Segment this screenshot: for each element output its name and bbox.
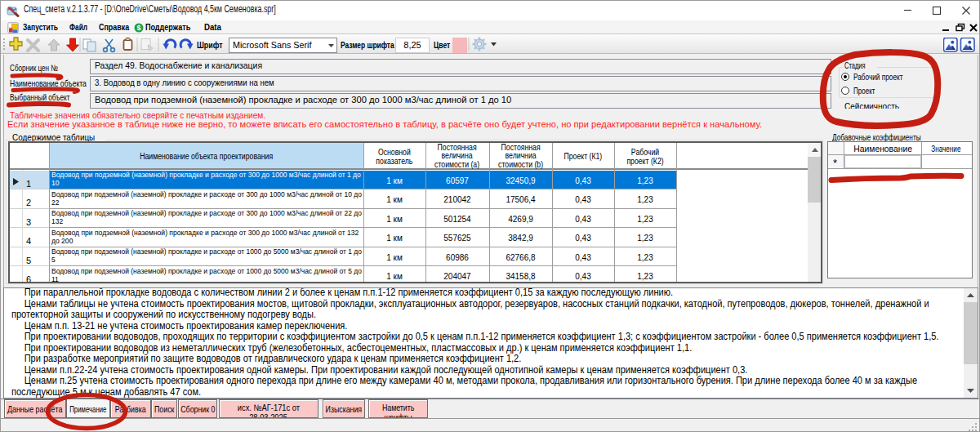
svg-text:$: $: [136, 24, 140, 32]
